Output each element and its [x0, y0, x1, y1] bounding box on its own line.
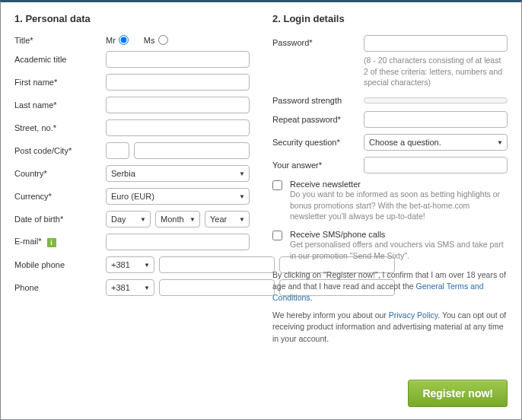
firstname-input[interactable]	[106, 74, 250, 91]
title-ms-text: Ms	[144, 36, 155, 45]
sms-label: Receive SMS/phone calls	[290, 230, 385, 239]
currency-label: Currency*	[14, 192, 106, 201]
login-details-section: 2. Login details Password* (8 - 20 chara…	[272, 13, 508, 345]
dob-month-select[interactable]: Month	[155, 211, 200, 228]
legal-terms: By clicking on "Register now!", I confir…	[272, 269, 508, 304]
title-label: Title*	[14, 36, 106, 45]
currency-select[interactable]: Euro (EUR)	[106, 188, 250, 205]
personal-data-section: 1. Personal data Title* Mr Ms Academic t…	[14, 13, 250, 345]
email-label-text: E-mail*	[14, 237, 41, 246]
lastname-input[interactable]	[106, 97, 250, 113]
personal-heading: 1. Personal data	[14, 13, 250, 24]
title-ms-option[interactable]: Ms	[144, 35, 168, 45]
dob-label: Date of birth*	[14, 215, 106, 224]
postcity-label: Post code/City*	[14, 146, 106, 155]
email-input[interactable]	[106, 234, 250, 250]
phone-area-input[interactable]	[159, 279, 275, 296]
registration-form: 1. Personal data Title* Mr Ms Academic t…	[0, 0, 522, 420]
legal-privacy: We hereby inform you about our Privacy P…	[272, 310, 508, 345]
legal2-text-a: We hereby inform you about our	[272, 310, 389, 320]
newsletter-label: Receive newsletter	[290, 180, 361, 189]
dob-year-select[interactable]: Year	[205, 211, 250, 228]
title-mr-text: Mr	[106, 36, 116, 45]
street-input[interactable]	[106, 119, 250, 136]
security-question-select[interactable]: Choose a question.	[364, 134, 508, 151]
phone-code-select[interactable]: +381	[106, 279, 154, 296]
academic-label: Academic title	[14, 55, 106, 64]
answer-label: Your answer*	[272, 161, 364, 170]
password-strength-bar	[364, 97, 508, 103]
security-question-label: Security question*	[272, 138, 364, 147]
newsletter-checkbox[interactable]	[272, 180, 282, 190]
lastname-label: Last name*	[14, 100, 106, 110]
country-select[interactable]: Serbia	[106, 165, 250, 182]
repeat-password-label: Repeat password*	[272, 115, 364, 124]
login-heading: 2. Login details	[272, 13, 508, 24]
title-mr-option[interactable]: Mr	[106, 35, 129, 45]
answer-input[interactable]	[364, 157, 508, 173]
phone-label: Phone	[14, 283, 106, 292]
password-hint: (8 - 20 characters consisting of at leas…	[364, 55, 508, 88]
firstname-label: First name*	[14, 78, 106, 87]
country-label: Country*	[14, 169, 106, 178]
register-button[interactable]: Register now!	[408, 380, 508, 407]
email-label: E-mail* i	[14, 237, 106, 247]
academic-input[interactable]	[106, 51, 250, 68]
strength-label: Password strength	[272, 96, 364, 105]
newsletter-sub: Do you want to be informed as soon as be…	[290, 189, 508, 222]
repeat-password-input[interactable]	[364, 111, 508, 128]
dob-day-select[interactable]: Day	[106, 211, 151, 228]
mobile-label: Mobile phone	[14, 260, 106, 269]
info-icon[interactable]: i	[47, 238, 56, 247]
title-mr-radio[interactable]	[119, 35, 129, 45]
mobile-area-input[interactable]	[159, 256, 275, 273]
mobile-code-select[interactable]: +381	[106, 256, 154, 273]
privacy-link[interactable]: Privacy Policy	[389, 310, 438, 320]
title-ms-radio[interactable]	[158, 35, 168, 45]
sms-sub: Get personalised offers and vouchers via…	[290, 239, 508, 261]
postcode-input[interactable]	[106, 142, 129, 159]
password-label: Password*	[272, 35, 364, 47]
street-label: Street, no.*	[14, 123, 106, 132]
password-input[interactable]	[364, 35, 508, 52]
city-input[interactable]	[134, 142, 250, 159]
sms-checkbox[interactable]	[272, 231, 282, 240]
